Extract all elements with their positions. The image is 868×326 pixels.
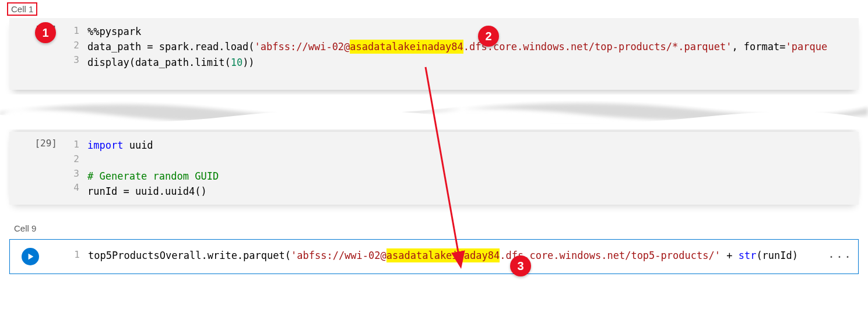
highlighted-account-1: asadatalakeinaday84 <box>350 40 463 54</box>
exec-play-9[interactable] <box>10 242 62 271</box>
wave-separator <box>0 94 868 129</box>
code-cell-9[interactable]: 1 top5ProductsOverall.write.parquet('abf… <box>9 239 859 274</box>
gutter-22: 123 <box>62 18 85 76</box>
code-9[interactable]: top5ProductsOverall.write.parquet('abfss… <box>86 242 858 271</box>
gutter-9: 1 <box>62 242 86 271</box>
code-29[interactable]: import uuid # Generate random GUID runId… <box>85 132 859 205</box>
exec-count-29: [29] <box>9 132 62 205</box>
cell-1-label: Cell 1 <box>7 2 37 16</box>
code-22[interactable]: %%pyspark data_path = spark.read.load('a… <box>85 18 859 76</box>
callout-1: 1 <box>35 22 56 43</box>
code-truncated-icon: ··· <box>828 248 852 266</box>
highlighted-account-2: asadatalakeinaday84 <box>386 248 500 262</box>
callout-2: 2 <box>478 26 499 47</box>
gutter-29: 1234 <box>62 132 85 205</box>
code-cell-22[interactable]: [22] 123 %%pyspark data_path = spark.rea… <box>9 18 859 90</box>
code-cell-29[interactable]: [29] 1234 import uuid # Generate random … <box>9 132 859 205</box>
callout-3: 3 <box>510 255 531 276</box>
play-icon[interactable] <box>22 248 39 265</box>
cell-9-label: Cell 9 <box>9 221 41 236</box>
